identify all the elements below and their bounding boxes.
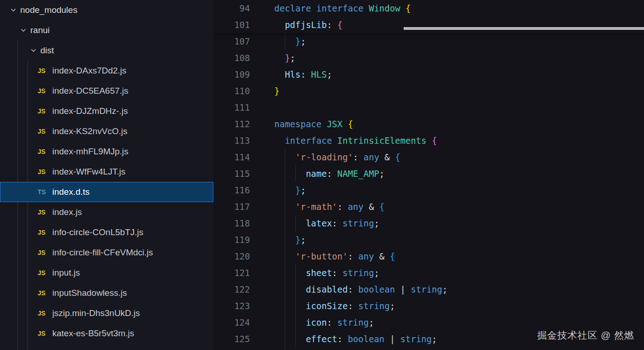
tree-file-index-DAxs7Dd2.js[interactable]: JSindex-DAxs7Dd2.js: [0, 61, 213, 81]
tree-file-katex-es-B5r5vt3m.js[interactable]: JSkatex-es-B5r5vt3m.js: [0, 323, 213, 344]
js-file-icon: JS: [37, 168, 52, 175]
js-file-icon: JS: [37, 229, 52, 236]
tree-item-label: inputShadowless.js: [52, 288, 127, 298]
tree-item-label: index.d.ts: [52, 187, 89, 197]
line-number: 110: [213, 83, 250, 99]
tree-file-jszip.min-Dhs3nUkD.js[interactable]: JSjszip.min-Dhs3nUkD.js: [0, 303, 213, 323]
code-text: effect: boolean | string;: [274, 331, 437, 347]
code-line[interactable]: 118 latex: string;: [213, 215, 644, 231]
tree-folder-node_modules[interactable]: node_modules: [0, 0, 213, 20]
tree-file-index.js[interactable]: JSindex.js: [0, 202, 213, 222]
line-number: 124: [213, 314, 250, 331]
code-line[interactable]: 107 };: [213, 33, 644, 50]
code-line[interactable]: 126 };: [213, 347, 644, 350]
tree-item-label: ranui: [30, 25, 50, 35]
chevron-down-icon[interactable]: [17, 27, 30, 34]
code-text: };: [274, 33, 306, 50]
line-number: 112: [213, 116, 250, 132]
js-file-icon: JS: [37, 249, 52, 256]
line-number: 119: [213, 231, 250, 248]
chevron-down-icon[interactable]: [27, 47, 40, 54]
line-number: 113: [213, 132, 250, 149]
code-text: Hls: HLS;: [274, 66, 332, 83]
code-line[interactable]: 123 iconSize: string;: [213, 298, 644, 314]
vscode-window: node_modulesranuidistJSindex-DAxs7Dd2.js…: [0, 0, 644, 350]
code-line[interactable]: 116 };: [213, 182, 644, 198]
tree-file-info-circle-fill-CFeVMdci.js[interactable]: JSinfo-circle-fill-CFeVMdci.js: [0, 243, 213, 263]
js-file-icon: JS: [37, 209, 52, 216]
line-number: 118: [213, 215, 250, 231]
line-number: 115: [213, 165, 250, 182]
js-file-icon: JS: [37, 67, 52, 74]
code-text: };: [274, 231, 306, 248]
code-line[interactable]: 121 sheet: string;: [213, 265, 644, 281]
code-text: name: NAME_AMP;: [274, 165, 384, 182]
file-explorer: node_modulesranuidistJSindex-DAxs7Dd2.js…: [0, 0, 213, 350]
js-file-icon: JS: [37, 128, 52, 135]
tree-file-index-mhFL9MJp.js[interactable]: JSindex-mhFL9MJp.js: [0, 141, 213, 162]
line-number: 126: [213, 347, 250, 350]
ts-file-icon: TS: [37, 188, 52, 196]
code-text: namespace JSX {: [274, 116, 353, 132]
code-line[interactable]: 117 'r-math': any & {: [213, 198, 644, 215]
tree-file-loading-Dxs5BAdj.js[interactable]: JSloading-Dxs5BAdj.js: [0, 344, 213, 350]
tree-file-index-WfFw4LJT.js[interactable]: JSindex-WfFw4LJT.js: [0, 162, 213, 182]
js-file-icon: JS: [37, 330, 52, 337]
code-text: declare interface Window {: [274, 0, 411, 17]
line-number: 101: [213, 17, 250, 33]
code-line[interactable]: 120 'r-button': any & {: [213, 248, 644, 265]
code-line[interactable]: 114 'r-loading': any & {: [213, 149, 644, 165]
tree-folder-ranui[interactable]: ranui: [0, 20, 213, 40]
code-text: sheet: string;: [274, 265, 379, 281]
tree-item-label: index-DC5EA657.js: [52, 86, 128, 96]
tree-file-index-DC5EA657.js[interactable]: JSindex-DC5EA657.js: [0, 81, 213, 101]
line-number: 122: [213, 281, 250, 298]
tree-file-index-DJZmDHz-.js[interactable]: JSindex-DJZmDHz-.js: [0, 101, 213, 121]
tree-file-inputShadowless.js[interactable]: JSinputShadowless.js: [0, 283, 213, 303]
code-text: 'r-button': any & {: [274, 248, 395, 265]
line-number: 117: [213, 198, 250, 215]
code-line[interactable]: 113 interface IntrinsicElements {: [213, 132, 644, 149]
line-number: 120: [213, 248, 250, 265]
tree-file-info-circle-COnL5bTJ.js[interactable]: JSinfo-circle-COnL5bTJ.js: [0, 222, 213, 243]
code-text: icon: string;: [274, 314, 374, 331]
code-text: 'r-math': any & {: [274, 198, 384, 215]
code-line[interactable]: 124 icon: string;: [213, 314, 644, 331]
code-line[interactable]: 122 disabled: boolean | string;: [213, 281, 644, 298]
code-line[interactable]: 111: [213, 99, 644, 116]
code-text: };: [274, 347, 306, 350]
sticky-scroll-shadow: [404, 27, 644, 30]
code-text: iconSize: string;: [274, 298, 395, 314]
js-file-icon: JS: [37, 289, 52, 297]
code-line[interactable]: 109 Hls: HLS;: [213, 66, 644, 83]
js-file-icon: JS: [37, 310, 52, 317]
tree-item-label: node_modules: [20, 5, 78, 15]
code-text: pdfjsLib: {: [274, 17, 343, 33]
tree-item-label: info-circle-COnL5bTJ.js: [52, 227, 144, 237]
line-number: 116: [213, 182, 250, 198]
tree-file-index.d.ts[interactable]: TSindex.d.ts: [0, 182, 213, 202]
line-number: 109: [213, 66, 250, 83]
code-line[interactable]: 108 };: [213, 50, 644, 66]
tree-item-label: input.js: [52, 268, 80, 278]
tree-file-input.js[interactable]: JSinput.js: [0, 263, 213, 283]
tree-item-label: index-KS2nvVcO.js: [52, 126, 128, 136]
code-line[interactable]: 110}: [213, 83, 644, 99]
line-number: 111: [213, 99, 250, 116]
code-text: };: [274, 50, 295, 66]
tree-item-label: index-WfFw4LJT.js: [52, 167, 125, 177]
tree-item-label: index-DJZmDHz-.js: [52, 106, 128, 116]
tree-item-label: info-circle-fill-CFeVMdci.js: [52, 248, 153, 258]
code-text: };: [274, 182, 306, 198]
code-text: interface IntrinsicElements {: [274, 132, 437, 149]
code-line[interactable]: 119 };: [213, 231, 644, 248]
sticky-code-line[interactable]: 101 pdfjsLib: {: [213, 17, 644, 33]
chevron-down-icon[interactable]: [6, 6, 20, 14]
tree-file-index-KS2nvVcO.js[interactable]: JSindex-KS2nvVcO.js: [0, 121, 213, 141]
line-number: 121: [213, 265, 250, 281]
code-line[interactable]: 115 name: NAME_AMP;: [213, 165, 644, 182]
js-file-icon: JS: [37, 107, 52, 115]
tree-folder-dist[interactable]: dist: [0, 40, 213, 61]
sticky-code-line[interactable]: 94declare interface Window {: [213, 0, 644, 17]
code-line[interactable]: 112namespace JSX {: [213, 116, 644, 132]
